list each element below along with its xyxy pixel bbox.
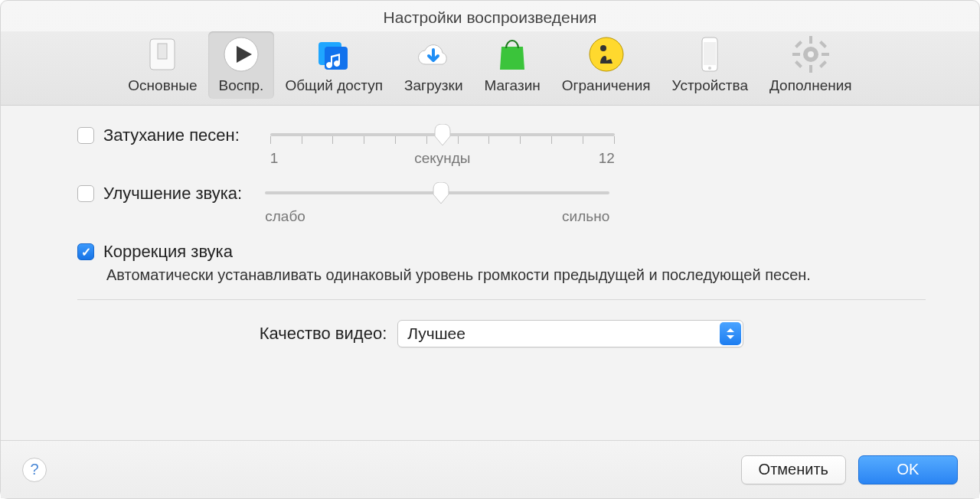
crossfade-unit-label: секунды: [414, 150, 470, 167]
switch-icon: [142, 34, 182, 74]
svg-rect-9: [704, 42, 716, 65]
tab-advanced[interactable]: Дополнения: [759, 31, 863, 99]
enhancer-slider[interactable]: слабо сильно: [265, 184, 609, 225]
soundcheck-checkbox[interactable]: [77, 243, 94, 260]
tab-label: Ограничения: [562, 77, 651, 94]
svg-point-7: [600, 45, 606, 51]
svg-point-6: [590, 38, 623, 71]
cancel-button[interactable]: Отменить: [741, 455, 846, 484]
crossfade-min-label: 1: [270, 150, 279, 167]
soundcheck-label: Коррекция звука: [103, 242, 233, 262]
tab-label: Устройства: [672, 77, 748, 94]
svg-rect-18: [795, 60, 802, 68]
ok-label: OK: [897, 461, 920, 478]
svg-point-10: [708, 67, 711, 70]
ok-button[interactable]: OK: [858, 455, 958, 484]
svg-rect-16: [795, 41, 802, 48]
dialog-footer: ? Отменить OK: [1, 440, 979, 498]
phone-icon: [690, 34, 730, 74]
tab-devices[interactable]: Устройства: [662, 31, 759, 99]
window-title: Настройки воспроизведения: [1, 1, 979, 31]
svg-rect-14: [792, 53, 800, 56]
svg-rect-13: [809, 65, 812, 73]
soundcheck-row: Коррекция звука: [77, 242, 926, 262]
video-quality-value: Лучшее: [407, 325, 466, 343]
play-icon: [221, 34, 261, 74]
content-pane: Затухание песен: 1 секунды 12: [1, 106, 979, 440]
enhancer-label: Улучшение звука:: [103, 184, 242, 204]
select-arrows-icon: [720, 322, 741, 345]
video-quality-row: Качество видео: Лучшее: [77, 320, 926, 347]
tab-general[interactable]: Основные: [117, 31, 207, 99]
tab-label: Основные: [128, 77, 197, 94]
tab-sharing[interactable]: Общий доступ: [274, 31, 394, 99]
tab-label: Загрузки: [404, 77, 462, 94]
preferences-window: Настройки воспроизведения Основные Воспр…: [0, 0, 980, 499]
tab-store[interactable]: Магазин: [474, 31, 551, 99]
enhancer-checkbox[interactable]: [77, 185, 94, 202]
tab-label: Дополнения: [769, 77, 852, 94]
soundcheck-description: Автоматически устанавливать одинаковый у…: [106, 266, 926, 284]
tab-restrictions[interactable]: Ограничения: [551, 31, 662, 99]
parental-icon: [586, 34, 626, 74]
preferences-toolbar: Основные Воспр. Общий доступ Загрузки Ма…: [1, 31, 979, 106]
crossfade-row: Затухание песен: 1 секунды 12: [77, 126, 926, 167]
cancel-label: Отменить: [759, 461, 828, 478]
svg-rect-1: [158, 44, 167, 59]
divider: [77, 299, 926, 300]
shopping-bag-icon: [492, 34, 532, 74]
crossfade-slider[interactable]: 1 секунды 12: [270, 126, 615, 167]
tab-label: Общий доступ: [285, 77, 383, 94]
svg-point-20: [808, 51, 814, 57]
gear-icon: [791, 34, 831, 74]
music-folders-icon: [314, 34, 354, 74]
enhancer-row: Улучшение звука: слабо сильно: [77, 184, 926, 225]
tab-downloads[interactable]: Загрузки: [394, 31, 473, 99]
video-quality-label: Качество видео:: [260, 324, 387, 344]
help-button[interactable]: ?: [22, 458, 47, 482]
help-icon: ?: [30, 461, 38, 478]
video-quality-select[interactable]: Лучшее: [397, 320, 743, 347]
crossfade-checkbox[interactable]: [77, 127, 94, 144]
enhancer-max-label: сильно: [562, 208, 609, 225]
svg-rect-12: [809, 36, 812, 44]
svg-rect-15: [822, 53, 829, 56]
svg-rect-19: [819, 41, 827, 48]
crossfade-label: Затухание песен:: [103, 126, 240, 145]
tab-label: Воспр.: [219, 77, 264, 94]
tab-label: Магазин: [485, 77, 541, 94]
crossfade-max-label: 12: [599, 150, 615, 167]
svg-rect-17: [819, 60, 827, 68]
enhancer-min-label: слабо: [265, 208, 305, 225]
tab-playback[interactable]: Воспр.: [208, 31, 275, 99]
cloud-download-icon: [413, 34, 453, 74]
